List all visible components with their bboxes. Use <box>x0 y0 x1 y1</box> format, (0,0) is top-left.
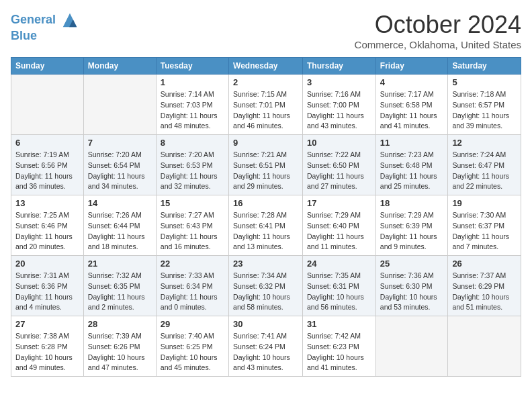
calendar-day: 20 Sunrise: 7:31 AMSunset: 6:36 PMDaylig… <box>11 256 84 316</box>
day-number: 19 <box>452 198 517 208</box>
header-day: Thursday <box>303 58 376 75</box>
calendar-day: 28 Sunrise: 7:39 AMSunset: 6:26 PMDaylig… <box>83 316 156 377</box>
day-number: 7 <box>88 138 152 148</box>
calendar-day: 24 Sunrise: 7:35 AMSunset: 6:31 PMDaylig… <box>303 256 376 316</box>
day-number: 3 <box>307 77 371 87</box>
header-day: Monday <box>83 58 156 75</box>
logo-text: General <box>11 11 79 30</box>
calendar-day: 5 Sunrise: 7:18 AMSunset: 6:57 PMDayligh… <box>448 75 521 135</box>
day-number: 24 <box>307 259 371 269</box>
calendar-day: 30 Sunrise: 7:41 AMSunset: 6:24 PMDaylig… <box>229 316 303 377</box>
day-detail: Sunrise: 7:38 AMSunset: 6:28 PMDaylight:… <box>15 331 79 373</box>
day-detail: Sunrise: 7:29 AMSunset: 6:39 PMDaylight:… <box>380 210 444 253</box>
calendar-day: 25 Sunrise: 7:36 AMSunset: 6:30 PMDaylig… <box>375 256 448 316</box>
day-detail: Sunrise: 7:23 AMSunset: 6:48 PMDaylight:… <box>380 150 444 192</box>
day-number: 30 <box>233 319 298 329</box>
day-detail: Sunrise: 7:28 AMSunset: 6:41 PMDaylight:… <box>233 210 298 253</box>
month-title: October 2024 <box>355 11 521 39</box>
day-detail: Sunrise: 7:37 AMSunset: 6:29 PMDaylight:… <box>452 271 517 313</box>
calendar-day: 4 Sunrise: 7:17 AMSunset: 6:58 PMDayligh… <box>375 75 448 135</box>
calendar-day: 11 Sunrise: 7:23 AMSunset: 6:48 PMDaylig… <box>375 135 448 195</box>
day-detail: Sunrise: 7:41 AMSunset: 6:24 PMDaylight:… <box>233 331 298 373</box>
calendar-day: 9 Sunrise: 7:21 AMSunset: 6:51 PMDayligh… <box>229 135 303 195</box>
header-day: Sunday <box>11 58 84 75</box>
day-number: 25 <box>380 259 444 269</box>
day-number: 10 <box>307 138 371 148</box>
day-number: 2 <box>233 77 298 87</box>
day-number: 15 <box>161 198 224 208</box>
day-number: 5 <box>452 77 517 87</box>
day-detail: Sunrise: 7:34 AMSunset: 6:32 PMDaylight:… <box>233 271 298 313</box>
location: Commerce, Oklahoma, United States <box>355 39 521 50</box>
day-number: 9 <box>233 138 298 148</box>
day-detail: Sunrise: 7:36 AMSunset: 6:30 PMDaylight:… <box>380 271 444 313</box>
calendar-week: 20 Sunrise: 7:31 AMSunset: 6:36 PMDaylig… <box>11 256 521 316</box>
day-detail: Sunrise: 7:17 AMSunset: 6:58 PMDaylight:… <box>380 89 444 132</box>
day-number: 8 <box>161 138 224 148</box>
calendar-day: 16 Sunrise: 7:28 AMSunset: 6:41 PMDaylig… <box>229 195 303 256</box>
day-detail: Sunrise: 7:14 AMSunset: 7:03 PMDaylight:… <box>161 89 224 132</box>
day-number: 26 <box>452 259 517 269</box>
calendar-day: 18 Sunrise: 7:29 AMSunset: 6:39 PMDaylig… <box>375 195 448 256</box>
calendar-day: 14 Sunrise: 7:26 AMSunset: 6:44 PMDaylig… <box>83 195 156 256</box>
calendar-day: 21 Sunrise: 7:32 AMSunset: 6:35 PMDaylig… <box>83 256 156 316</box>
calendar-week: 6 Sunrise: 7:19 AMSunset: 6:56 PMDayligh… <box>11 135 521 195</box>
day-detail: Sunrise: 7:21 AMSunset: 6:51 PMDaylight:… <box>233 150 298 192</box>
day-detail: Sunrise: 7:30 AMSunset: 6:37 PMDaylight:… <box>452 210 517 253</box>
calendar-day <box>11 75 84 135</box>
day-number: 21 <box>88 259 152 269</box>
day-detail: Sunrise: 7:19 AMSunset: 6:56 PMDaylight:… <box>15 150 79 192</box>
calendar-day: 29 Sunrise: 7:40 AMSunset: 6:25 PMDaylig… <box>156 316 228 377</box>
day-number: 16 <box>233 198 298 208</box>
calendar-day: 10 Sunrise: 7:22 AMSunset: 6:50 PMDaylig… <box>303 135 376 195</box>
calendar-day: 2 Sunrise: 7:15 AMSunset: 7:01 PMDayligh… <box>229 75 303 135</box>
calendar-day: 7 Sunrise: 7:20 AMSunset: 6:54 PMDayligh… <box>83 135 156 195</box>
calendar-day: 8 Sunrise: 7:20 AMSunset: 6:53 PMDayligh… <box>156 135 228 195</box>
day-number: 17 <box>307 198 371 208</box>
day-detail: Sunrise: 7:26 AMSunset: 6:44 PMDaylight:… <box>88 210 152 253</box>
calendar-day: 6 Sunrise: 7:19 AMSunset: 6:56 PMDayligh… <box>11 135 84 195</box>
logo: General Blue <box>11 11 79 43</box>
header-day: Tuesday <box>156 58 228 75</box>
day-detail: Sunrise: 7:25 AMSunset: 6:46 PMDaylight:… <box>15 210 79 253</box>
day-detail: Sunrise: 7:24 AMSunset: 6:47 PMDaylight:… <box>452 150 517 192</box>
day-number: 12 <box>452 138 517 148</box>
header-day: Friday <box>375 58 448 75</box>
calendar-day: 27 Sunrise: 7:38 AMSunset: 6:28 PMDaylig… <box>11 316 84 377</box>
calendar-day <box>375 316 448 377</box>
day-number: 14 <box>88 198 152 208</box>
day-detail: Sunrise: 7:16 AMSunset: 7:00 PMDaylight:… <box>307 89 371 132</box>
calendar-week: 1 Sunrise: 7:14 AMSunset: 7:03 PMDayligh… <box>11 75 521 135</box>
calendar-day: 19 Sunrise: 7:30 AMSunset: 6:37 PMDaylig… <box>448 195 521 256</box>
day-number: 18 <box>380 198 444 208</box>
calendar-week: 13 Sunrise: 7:25 AMSunset: 6:46 PMDaylig… <box>11 195 521 256</box>
day-detail: Sunrise: 7:31 AMSunset: 6:36 PMDaylight:… <box>15 271 79 313</box>
header-row: SundayMondayTuesdayWednesdayThursdayFrid… <box>11 58 521 75</box>
day-detail: Sunrise: 7:29 AMSunset: 6:40 PMDaylight:… <box>307 210 371 253</box>
logo-icon <box>60 11 79 30</box>
day-detail: Sunrise: 7:40 AMSunset: 6:25 PMDaylight:… <box>161 331 224 373</box>
calendar-day: 3 Sunrise: 7:16 AMSunset: 7:00 PMDayligh… <box>303 75 376 135</box>
header-day: Saturday <box>448 58 521 75</box>
day-detail: Sunrise: 7:22 AMSunset: 6:50 PMDaylight:… <box>307 150 371 192</box>
day-detail: Sunrise: 7:20 AMSunset: 6:53 PMDaylight:… <box>161 150 224 192</box>
day-number: 13 <box>15 198 79 208</box>
day-detail: Sunrise: 7:18 AMSunset: 6:57 PMDaylight:… <box>452 89 517 132</box>
day-detail: Sunrise: 7:33 AMSunset: 6:34 PMDaylight:… <box>161 271 224 313</box>
day-number: 31 <box>307 319 371 329</box>
header-day: Wednesday <box>229 58 303 75</box>
page-header: General Blue October 2024 Commerce, Okla… <box>11 11 521 50</box>
day-detail: Sunrise: 7:15 AMSunset: 7:01 PMDaylight:… <box>233 89 298 132</box>
calendar-day: 22 Sunrise: 7:33 AMSunset: 6:34 PMDaylig… <box>156 256 228 316</box>
calendar-day: 13 Sunrise: 7:25 AMSunset: 6:46 PMDaylig… <box>11 195 84 256</box>
day-number: 20 <box>15 259 79 269</box>
day-detail: Sunrise: 7:27 AMSunset: 6:43 PMDaylight:… <box>161 210 224 253</box>
calendar-day <box>448 316 521 377</box>
logo-text-blue: Blue <box>11 30 79 43</box>
day-detail: Sunrise: 7:20 AMSunset: 6:54 PMDaylight:… <box>88 150 152 192</box>
calendar-day: 31 Sunrise: 7:42 AMSunset: 6:23 PMDaylig… <box>303 316 376 377</box>
calendar-week: 27 Sunrise: 7:38 AMSunset: 6:28 PMDaylig… <box>11 316 521 377</box>
calendar-day <box>83 75 156 135</box>
day-number: 4 <box>380 77 444 87</box>
day-detail: Sunrise: 7:32 AMSunset: 6:35 PMDaylight:… <box>88 271 152 313</box>
